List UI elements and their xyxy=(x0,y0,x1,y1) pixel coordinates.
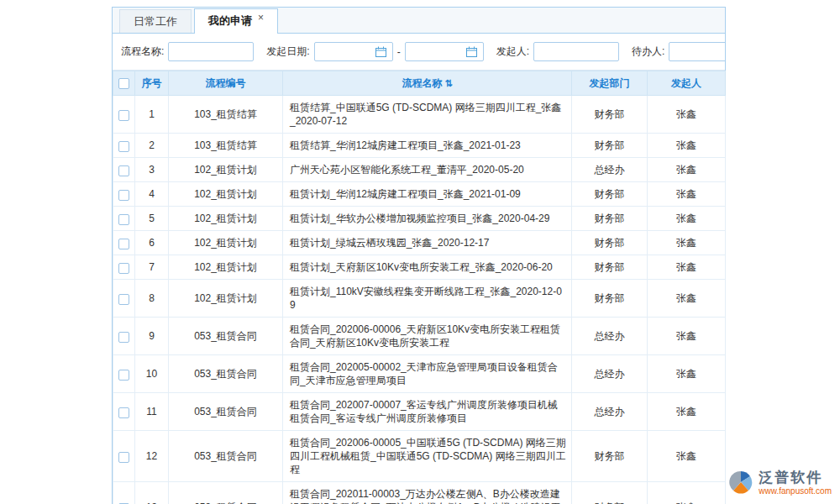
row-process-name[interactable]: 租赁合同_202007-00007_客运专线广州调度所装修项目机械租赁合同_客运… xyxy=(283,393,572,431)
row-initiator: 张鑫 xyxy=(648,355,726,393)
row-department: 财务部 xyxy=(572,96,648,134)
row-select-cell xyxy=(113,482,135,504)
row-process-name[interactable]: 广州天心苑小区智能化系统工程_董清平_2020-05-20 xyxy=(283,158,572,182)
row-checkbox[interactable] xyxy=(118,141,129,152)
vendor-name: 泛普软件 xyxy=(759,470,832,486)
row-checkbox[interactable] xyxy=(118,263,129,274)
row-process-code: 102_租赁计划 xyxy=(169,182,283,207)
row-department: 财务部 xyxy=(572,255,648,280)
row-select-cell xyxy=(113,182,135,207)
row-initiator: 张鑫 xyxy=(648,182,726,207)
row-select-cell xyxy=(113,431,135,482)
row-process-name[interactable]: 租赁计划_110kV安徽线程集变开断线路工程_张鑫_2020-12-09 xyxy=(283,280,572,318)
header-no: 序号 xyxy=(135,71,169,96)
row-process-name[interactable]: 租赁计划_绿城云栖玫瑰园_张鑫_2020-12-17 xyxy=(283,231,572,255)
row-department: 总经办 xyxy=(572,318,648,355)
process-table: 序号 流程编号 流程名称⇅ 发起部门 发起人 1103_租赁结算租赁结算_中国联… xyxy=(113,71,726,504)
table-row[interactable]: 5102_租赁计划租赁计划_华软办公楼增加视频监控项目_张鑫_2020-04-2… xyxy=(113,207,726,231)
date-from-input[interactable] xyxy=(315,46,374,58)
row-checkbox[interactable] xyxy=(118,110,129,121)
row-checkbox[interactable] xyxy=(118,294,129,305)
row-number: 8 xyxy=(135,280,169,318)
row-process-name[interactable]: 租赁计划_华软办公楼增加视频监控项目_张鑫_2020-04-29 xyxy=(283,207,572,231)
table-row[interactable]: 3102_租赁计划广州天心苑小区智能化系统工程_董清平_2020-05-20总经… xyxy=(113,158,726,182)
row-process-name[interactable]: 租赁计划_华润12城房建工程项目_张鑫_2021-01-09 xyxy=(283,182,572,207)
table-row[interactable]: 10053_租赁合同租赁合同_202005-00002_天津市应急管理局项目设备… xyxy=(113,355,726,393)
header-initiator: 发起人 xyxy=(648,71,726,96)
row-initiator: 张鑫 xyxy=(648,255,726,280)
row-checkbox[interactable] xyxy=(118,407,129,418)
row-process-name[interactable]: 租赁合同_202005-00002_天津市应急管理局项目设备租赁合同_天津市应急… xyxy=(283,355,572,393)
table-row[interactable]: 6102_租赁计划租赁计划_绿城云栖玫瑰园_张鑫_2020-12-17财务部张鑫 xyxy=(113,231,726,255)
table-row[interactable]: 13053_租赁合同租赁合同_202011-00003_万达办公楼左侧A、B办公… xyxy=(113,482,726,504)
row-checkbox[interactable] xyxy=(118,239,129,249)
row-process-code: 053_租赁合同 xyxy=(169,318,283,355)
row-select-cell xyxy=(113,207,135,231)
row-process-name[interactable]: 租赁结算_华润12城房建工程项目_张鑫_2021-01-23 xyxy=(283,134,572,158)
row-department: 财务部 xyxy=(572,182,648,207)
row-initiator: 张鑫 xyxy=(648,482,726,504)
table-row[interactable]: 2103_租赁结算租赁结算_华润12城房建工程项目_张鑫_2021-01-23财… xyxy=(113,134,726,158)
select-all-checkbox[interactable] xyxy=(118,78,129,89)
initiator-input[interactable] xyxy=(533,42,619,61)
row-select-cell xyxy=(113,393,135,431)
row-checkbox[interactable] xyxy=(118,165,129,176)
row-initiator: 张鑫 xyxy=(648,96,726,134)
row-process-code: 103_租赁结算 xyxy=(169,96,283,134)
table-row[interactable]: 1103_租赁结算租赁结算_中国联通5G (TD-SCDMA) 网络三期四川工程… xyxy=(113,96,726,134)
row-department: 财务部 xyxy=(572,482,648,504)
row-department: 财务部 xyxy=(572,431,648,482)
row-checkbox[interactable] xyxy=(118,452,129,463)
row-department: 总经办 xyxy=(572,158,648,182)
table-row[interactable]: 11053_租赁合同租赁合同_202007-00007_客运专线广州调度所装修项… xyxy=(113,393,726,431)
row-department: 总经办 xyxy=(572,355,648,393)
calendar-icon[interactable] xyxy=(465,46,480,57)
assignee-input[interactable] xyxy=(669,42,725,61)
vendor-watermark: 泛普软件 www.fanpusoft.com xyxy=(728,470,832,496)
table-row[interactable]: 8102_租赁计划租赁计划_110kV安徽线程集变开断线路工程_张鑫_2020-… xyxy=(113,280,726,318)
row-department: 财务部 xyxy=(572,231,648,255)
row-number: 6 xyxy=(135,231,169,255)
date-separator: - xyxy=(397,46,401,58)
row-process-name[interactable]: 租赁合同_202011-00003_万达办公楼左侧A、B办公楼改造建设工程设备租… xyxy=(283,482,572,504)
tab-my-applications[interactable]: 我的申请× xyxy=(194,8,278,34)
sort-icon[interactable]: ⇅ xyxy=(444,78,452,88)
row-process-name[interactable]: 租赁合同_202006-00005_中国联通5G (TD-SCDMA) 网络三期… xyxy=(283,431,572,482)
row-number: 3 xyxy=(135,158,169,182)
close-icon[interactable]: × xyxy=(258,12,264,24)
row-process-name[interactable]: 租赁合同_202006-00006_天府新区10Kv变电所安装工程租赁合同_天府… xyxy=(283,318,572,355)
process-name-input[interactable] xyxy=(168,42,254,61)
row-process-name[interactable]: 租赁结算_中国联通5G (TD-SCDMA) 网络三期四川工程_张鑫_2020-… xyxy=(283,96,572,134)
row-process-code: 102_租赁计划 xyxy=(169,280,283,318)
row-process-code: 102_租赁计划 xyxy=(169,158,283,182)
row-initiator: 张鑫 xyxy=(648,207,726,231)
row-process-name[interactable]: 租赁计划_天府新区10Kv变电所安装工程_张鑫_2020-06-20 xyxy=(283,255,572,280)
row-select-cell xyxy=(113,158,135,182)
header-process-name[interactable]: 流程名称⇅ xyxy=(283,71,572,96)
date-to-input[interactable] xyxy=(406,46,465,58)
table-row[interactable]: 7102_租赁计划租赁计划_天府新区10Kv变电所安装工程_张鑫_2020-06… xyxy=(113,255,726,280)
row-select-cell xyxy=(113,318,135,355)
vendor-url: www.fanpusoft.com xyxy=(759,486,832,496)
row-process-code: 053_租赁合同 xyxy=(169,431,283,482)
table-row[interactable]: 4102_租赁计划租赁计划_华润12城房建工程项目_张鑫_2021-01-09财… xyxy=(113,182,726,207)
table-row[interactable]: 12053_租赁合同租赁合同_202006-00005_中国联通5G (TD-S… xyxy=(113,431,726,482)
row-process-code: 102_租赁计划 xyxy=(169,231,283,255)
calendar-icon[interactable] xyxy=(374,46,389,57)
row-process-code: 102_租赁计划 xyxy=(169,255,283,280)
row-process-code: 053_租赁合同 xyxy=(169,355,283,393)
date-from-field xyxy=(314,42,393,61)
row-checkbox[interactable] xyxy=(118,370,129,381)
row-department: 财务部 xyxy=(572,280,648,318)
row-checkbox[interactable] xyxy=(118,332,129,343)
table-body: 1103_租赁结算租赁结算_中国联通5G (TD-SCDMA) 网络三期四川工程… xyxy=(113,96,726,504)
tab-daily-work[interactable]: 日常工作 xyxy=(119,9,192,33)
row-initiator: 张鑫 xyxy=(648,134,726,158)
start-date-label: 发起日期: xyxy=(266,45,309,59)
row-select-cell xyxy=(113,255,135,280)
row-checkbox[interactable] xyxy=(118,190,129,201)
tab-bar: 日常工作 我的申请× xyxy=(113,8,725,34)
row-select-cell xyxy=(113,134,135,158)
table-row[interactable]: 9053_租赁合同租赁合同_202006-00006_天府新区10Kv变电所安装… xyxy=(113,318,726,355)
row-checkbox[interactable] xyxy=(118,214,129,225)
